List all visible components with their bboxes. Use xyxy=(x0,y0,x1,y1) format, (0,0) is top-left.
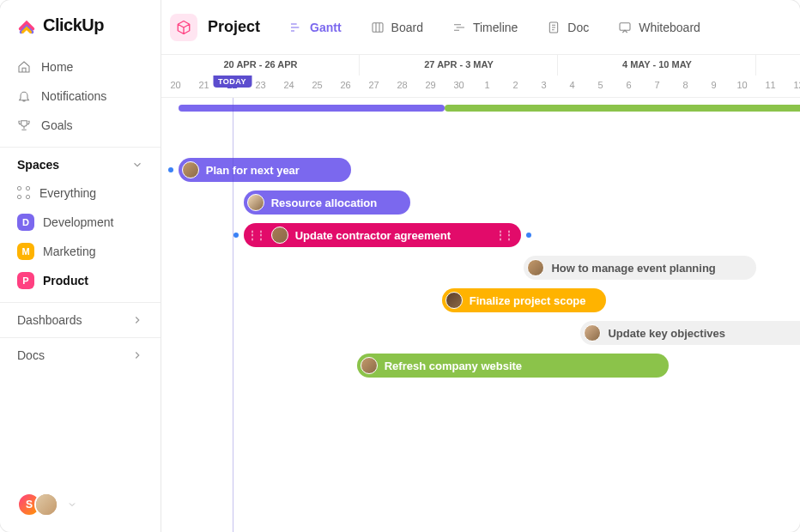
day-label: 12 xyxy=(785,76,800,97)
space-badge: M xyxy=(17,243,34,260)
task-label: Refresh company website xyxy=(385,360,522,372)
task-bar[interactable]: Refresh company website xyxy=(357,354,669,378)
task-bar[interactable]: Resource allocation xyxy=(244,190,411,215)
task-bar[interactable]: Plan for next year xyxy=(179,158,351,182)
view-timeline[interactable]: Timeline xyxy=(440,12,530,43)
space-badge: D xyxy=(17,214,34,231)
space-label: Marketing xyxy=(43,245,95,258)
trophy-icon xyxy=(17,118,31,132)
task-bar[interactable]: How to manage event planning xyxy=(524,256,756,280)
view-gantt[interactable]: Gantt xyxy=(277,12,354,43)
project-title: Project xyxy=(208,18,260,36)
clickup-logo-icon xyxy=(17,16,36,35)
drag-handle[interactable]: ⋮⋮ xyxy=(247,229,264,241)
nav-notifications[interactable]: Notifications xyxy=(7,82,154,111)
main-panel: Project Gantt Board Timeline Doc Whitebo… xyxy=(161,0,800,532)
dependency-dot[interactable] xyxy=(526,233,531,238)
brand-name: ClickUp xyxy=(43,15,104,35)
task-bar[interactable]: Finalize project scope xyxy=(442,288,606,312)
day-label: 24 xyxy=(275,76,303,97)
spaces-list: Everything D Development M Marketing P P… xyxy=(0,178,161,302)
day-label: 6 xyxy=(615,76,643,97)
day-label: 4 xyxy=(558,76,586,97)
day-label: 2 xyxy=(501,76,530,97)
user-menu[interactable]: S xyxy=(0,477,161,532)
home-icon xyxy=(17,60,31,74)
dependency-dot[interactable] xyxy=(168,167,173,172)
view-label: Whiteboard xyxy=(639,21,700,34)
week-label: 27 APR - 3 MAY xyxy=(360,55,558,76)
day-label: 5 xyxy=(586,76,615,97)
timeline-header: 20 APR - 26 APR27 APR - 3 MAY4 MAY - 10 … xyxy=(161,55,800,98)
summary-bar xyxy=(179,105,445,112)
nav-docs-label: Docs xyxy=(17,348,45,362)
task-label: Update key objectives xyxy=(608,327,725,340)
avatar xyxy=(182,161,199,178)
task-bar[interactable]: Update key objectives xyxy=(580,321,800,345)
view-label: Doc xyxy=(567,21,589,34)
avatar xyxy=(247,194,264,211)
day-label: 1 xyxy=(473,76,501,97)
space-marketing[interactable]: M Marketing xyxy=(7,237,154,266)
weeks-row: 20 APR - 26 APR27 APR - 3 MAY4 MAY - 10 … xyxy=(161,55,800,76)
space-everything-label: Everything xyxy=(39,186,96,200)
day-label: 28 xyxy=(388,76,416,97)
chevron-right-icon xyxy=(131,314,143,326)
svg-rect-0 xyxy=(373,22,383,32)
space-label: Development xyxy=(43,215,114,229)
chevron-down-icon xyxy=(131,159,143,171)
avatar xyxy=(361,357,378,374)
whiteboard-icon xyxy=(618,21,632,34)
nav-notifications-label: Notifications xyxy=(41,89,106,103)
day-label: 11 xyxy=(756,76,785,97)
day-label: 7 xyxy=(643,76,671,97)
today-badge: TODAY xyxy=(213,76,252,88)
topbar: Project Gantt Board Timeline Doc Whitebo… xyxy=(161,0,800,55)
project-icon[interactable] xyxy=(170,14,197,41)
day-label: 20 xyxy=(161,76,190,97)
space-development[interactable]: D Development xyxy=(7,208,154,237)
gantt-chart[interactable]: Plan for next yearResource allocation⋮⋮U… xyxy=(161,98,800,532)
day-label: 26 xyxy=(331,76,360,97)
drag-handle[interactable]: ⋮⋮ xyxy=(495,229,512,241)
nav-home[interactable]: Home xyxy=(7,52,154,82)
day-label: 9 xyxy=(700,76,728,97)
week-label: 4 MAY - 10 MAY xyxy=(558,55,756,76)
space-product[interactable]: P Product xyxy=(7,266,154,295)
view-doc[interactable]: Doc xyxy=(535,12,601,43)
view-label: Gantt xyxy=(310,21,342,34)
nav-goals[interactable]: Goals xyxy=(7,111,154,140)
grid-icon xyxy=(17,186,31,200)
nav-home-label: Home xyxy=(41,60,73,74)
day-label: 30 xyxy=(445,76,473,97)
nav-goals-label: Goals xyxy=(41,118,73,132)
day-label: 8 xyxy=(671,76,700,97)
view-whiteboard[interactable]: Whiteboard xyxy=(606,12,712,43)
days-row: 2021222324252627282930123456789101112TOD… xyxy=(161,76,800,97)
bell-icon xyxy=(17,89,31,103)
brand-logo[interactable]: ClickUp xyxy=(0,0,161,49)
board-icon xyxy=(371,21,385,34)
avatar xyxy=(527,259,544,276)
space-badge: P xyxy=(17,272,34,289)
view-board[interactable]: Board xyxy=(359,12,435,43)
nav-docs[interactable]: Docs xyxy=(0,337,161,372)
spaces-header[interactable]: Spaces xyxy=(0,147,161,178)
task-label: Update contractor agreement xyxy=(295,229,451,242)
timeline-icon xyxy=(452,21,466,34)
day-label: 25 xyxy=(303,76,331,97)
avatar xyxy=(34,493,58,517)
task-bar[interactable]: ⋮⋮Update contractor agreement⋮⋮ xyxy=(244,223,521,247)
spaces-title: Spaces xyxy=(17,158,59,172)
chevron-down-icon xyxy=(67,499,77,510)
sidebar: ClickUp Home Notifications Goals Spaces xyxy=(0,0,161,532)
doc-icon xyxy=(547,21,561,34)
week-label: 20 APR - 26 APR xyxy=(161,55,360,76)
summary-bar xyxy=(445,105,800,112)
task-label: Plan for next year xyxy=(206,164,300,177)
gantt-icon xyxy=(289,21,303,34)
avatar-stack: S xyxy=(17,493,58,517)
nav-dashboards[interactable]: Dashboards xyxy=(0,302,161,337)
dependency-dot[interactable] xyxy=(233,233,239,238)
space-everything[interactable]: Everything xyxy=(7,178,154,208)
